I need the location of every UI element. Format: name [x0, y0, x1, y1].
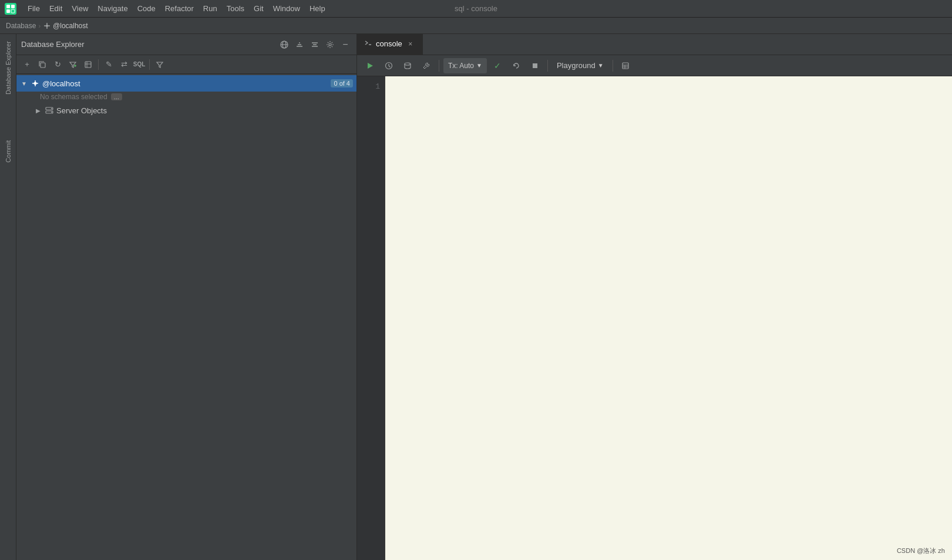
svg-marker-34	[368, 63, 373, 69]
line-numbers: 1	[357, 76, 385, 560]
menu-git[interactable]: Git	[250, 3, 268, 14]
sidebar-tab-database-explorer[interactable]: Database Explorer	[2, 36, 14, 99]
svg-rect-37	[533, 63, 537, 68]
svg-rect-19	[41, 63, 45, 68]
svg-point-32	[51, 112, 52, 113]
tree-arrow-localhost: ▼	[20, 79, 28, 87]
window-title: sql - console	[455, 4, 497, 13]
refresh-button[interactable]: ↻	[51, 58, 65, 72]
localhost-label: @localhost	[42, 79, 326, 88]
more-button[interactable]: ...	[111, 93, 122, 100]
svg-rect-2	[11, 5, 15, 8]
jump-button[interactable]: ⇄	[117, 58, 131, 72]
wrench-button[interactable]	[418, 58, 435, 74]
db-tree[interactable]: ▼ @localhost 0 of 4 No schemas selected …	[16, 74, 356, 560]
menu-tools[interactable]: Tools	[223, 3, 248, 14]
settings-icon[interactable]	[324, 38, 337, 51]
server-objects-label: Server Objects	[56, 106, 353, 115]
filter-button[interactable]	[153, 58, 167, 72]
add-button[interactable]: +	[20, 58, 34, 72]
db-indicator-button[interactable]	[399, 58, 416, 74]
menu-help[interactable]: Help	[305, 3, 329, 14]
svg-point-36	[405, 63, 411, 65]
svg-rect-22	[85, 62, 91, 68]
menu-view[interactable]: View	[68, 3, 92, 14]
main-layout: Database Explorer Commit Database Explor…	[0, 34, 952, 560]
sql-button[interactable]: SQL	[132, 58, 146, 72]
copy-button[interactable]	[35, 58, 49, 72]
svg-point-8	[46, 25, 48, 27]
svg-rect-4	[11, 9, 15, 13]
title-bar: File Edit View Navigate Code Refactor Ru…	[0, 0, 952, 18]
menu-edit[interactable]: Edit	[45, 3, 66, 14]
svg-rect-38	[623, 63, 628, 69]
toolbar-sep-2	[547, 60, 548, 72]
console-icon	[364, 39, 372, 49]
menu-window[interactable]: Window	[269, 3, 304, 14]
tree-server-objects[interactable]: ▶ Server Objects	[16, 102, 356, 119]
schema-badge: 0 of 4	[331, 79, 353, 87]
edit-button[interactable]: ✎	[102, 58, 116, 72]
globe-icon[interactable]	[278, 38, 291, 51]
tx-chevron: ▼	[476, 62, 482, 69]
sidebar-tabs: Database Explorer Commit	[0, 34, 16, 560]
stop-button[interactable]	[527, 58, 543, 74]
editor-area: 1	[357, 76, 952, 560]
tx-dropdown[interactable]: Tx: Auto ▼	[443, 58, 487, 73]
menu-code[interactable]: Code	[133, 3, 160, 14]
no-schemas-text: No schemas selected ...	[16, 92, 356, 102]
db-explorer-title: Database Explorer	[21, 40, 85, 49]
svg-point-28	[34, 82, 37, 85]
svg-point-31	[51, 108, 52, 109]
run-button[interactable]	[362, 58, 378, 74]
breadcrumb-separator: ›	[38, 22, 41, 29]
db-toolbar: + ↻	[16, 55, 356, 74]
filter-schemas-button[interactable]	[66, 58, 80, 72]
editor-panel: console ×	[357, 34, 952, 560]
tab-bar: console ×	[357, 34, 952, 55]
db-explorer-header-icons: −	[278, 38, 352, 51]
tree-root-localhost[interactable]: ▼ @localhost 0 of 4	[16, 75, 356, 92]
editor-content[interactable]	[385, 76, 952, 560]
close-panel-icon[interactable]: −	[339, 38, 352, 51]
menu-run[interactable]: Run	[199, 3, 221, 14]
svg-rect-3	[6, 9, 10, 13]
breadcrumb-current-label: @localhost	[53, 22, 88, 30]
toolbar-sep-3	[613, 60, 613, 72]
toolbar-separator-1	[98, 59, 99, 70]
db-explorer-header: Database Explorer	[16, 34, 356, 55]
breadcrumb-localhost[interactable]: @localhost	[43, 22, 88, 30]
localhost-connection-icon	[31, 79, 40, 88]
tx-label: Tx: Auto	[448, 62, 474, 70]
connection-icon	[43, 22, 51, 30]
sidebar-tab-commit[interactable]: Commit	[2, 136, 14, 167]
db-explorer-panel: Database Explorer	[16, 34, 357, 560]
menu-file[interactable]: File	[23, 3, 44, 14]
watermark: CSDN @洛冰 zh	[897, 546, 945, 555]
toolbar-separator-2	[149, 59, 150, 70]
breadcrumb-database[interactable]: Database	[6, 22, 36, 30]
playground-label: Playground	[557, 61, 596, 70]
toolbar-sep-1	[439, 60, 439, 72]
tab-close-button[interactable]: ×	[406, 39, 415, 49]
list-button[interactable]	[81, 58, 95, 72]
no-schemas-label: No schemas selected	[40, 93, 107, 101]
app-logo	[5, 3, 16, 15]
menu-navigate[interactable]: Navigate	[93, 3, 132, 14]
playground-dropdown[interactable]: Playground ▼	[552, 58, 608, 73]
sort-up-icon[interactable]	[293, 38, 306, 51]
tab-console-label: console	[376, 39, 402, 48]
menu-refactor[interactable]: Refactor	[161, 3, 198, 14]
sort-expand-icon[interactable]	[308, 38, 321, 51]
commit-button[interactable]: ✓	[489, 58, 506, 74]
rollback-button[interactable]	[508, 58, 524, 74]
playground-chevron: ▼	[598, 62, 604, 69]
svg-point-18	[329, 43, 331, 46]
line-number-1: 1	[357, 80, 385, 94]
table-view-button[interactable]	[617, 58, 634, 74]
history-button[interactable]	[381, 58, 397, 74]
svg-rect-1	[6, 5, 10, 8]
tab-console[interactable]: console ×	[357, 34, 423, 55]
editor-toolbar: Tx: Auto ▼ ✓ Playground ▼	[357, 55, 952, 76]
server-objects-icon	[45, 106, 54, 115]
